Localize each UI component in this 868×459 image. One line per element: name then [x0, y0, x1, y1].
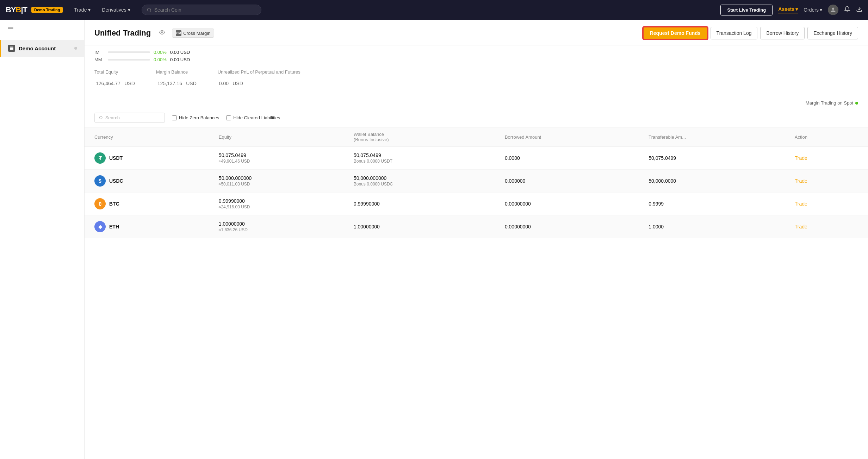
filter-search-box[interactable]: [94, 113, 165, 123]
col-wallet-balance: Wallet Balance (Bonus Inclusive): [344, 127, 495, 147]
demo-account-icon: [8, 45, 15, 52]
nav-right: Start Live Trading Assets ▾ Orders ▾: [720, 5, 862, 15]
start-live-trading-button[interactable]: Start Live Trading: [720, 5, 773, 15]
borrowed-amount-cell: 0.00000000: [495, 215, 639, 238]
mm-usd: 0.00 USD: [170, 57, 190, 62]
table-row: ◆ ETH 1.00000000 ≈1,636.26 USD 1.0000000…: [85, 215, 868, 238]
sidebar-item-demo-account[interactable]: Demo Account: [0, 40, 84, 57]
unrealized-pnl-value: 0.00 USD: [218, 77, 300, 88]
mm-line: MM 0.00% 0.00 USD: [94, 57, 858, 62]
wallet-balance-cell: 0.99990000: [344, 193, 495, 215]
borrowed-amount-cell: 0.0000: [495, 147, 639, 170]
top-bar: Unified Trading CM Cross Margin Request …: [85, 20, 868, 45]
total-equity-label: Total Equity: [94, 69, 135, 75]
equity-cell: 50,000.000000 ≈50,011.03 USD: [209, 170, 344, 193]
total-equity-item: Total Equity 126,464.77 USD: [94, 69, 135, 88]
margin-spot-row: Margin Trading on Spot: [85, 98, 868, 108]
assets-menu[interactable]: Assets ▾: [778, 6, 798, 13]
sidebar-item-label: Demo Account: [19, 45, 56, 51]
main-content: Unified Trading CM Cross Margin Request …: [85, 20, 868, 459]
coin-name-usdt: USDT: [109, 155, 123, 161]
trade-link-btc[interactable]: Trade: [795, 201, 807, 207]
im-label: IM: [94, 50, 104, 55]
mm-pct: 0.00%: [154, 57, 167, 62]
im-line: IM 0.00% 0.00 USD: [94, 50, 858, 55]
action-cell: Trade: [785, 147, 868, 170]
download-icon[interactable]: [856, 6, 862, 14]
hide-cleared-liabilities-checkbox[interactable]: [226, 115, 231, 120]
unrealized-pnl-item: Unrealized PnL of Perpetual and Futures …: [218, 69, 300, 88]
demo-trading-badge: Demo Trading: [31, 7, 63, 13]
hamburger-menu[interactable]: [0, 20, 84, 40]
transferable-cell: 50,075.0499: [639, 147, 785, 170]
hide-zero-balances-checkbox[interactable]: [172, 115, 177, 120]
cross-margin-badge[interactable]: CM Cross Margin: [172, 29, 214, 38]
metrics-bar: IM 0.00% 0.00 USD MM 0.00% 0.00 USD: [85, 45, 868, 98]
search-input[interactable]: [154, 7, 256, 13]
margin-balance-value: 125,137.16 USD: [156, 77, 197, 88]
filter-search-icon: [99, 115, 103, 120]
transferable-cell: 0.9999: [639, 193, 785, 215]
hide-zero-balances-label[interactable]: Hide Zero Balances: [172, 115, 219, 120]
usdt-icon: ₮: [94, 152, 106, 164]
trade-link-usdc[interactable]: Trade: [795, 178, 807, 184]
col-equity: Equity: [209, 127, 344, 147]
cm-icon: CM: [176, 30, 181, 36]
sidebar: Demo Account: [0, 20, 85, 459]
avatar[interactable]: [828, 5, 838, 15]
borrowed-amount-cell: 0.000000: [495, 170, 639, 193]
coin-cell-usdc: $ USDC: [94, 175, 199, 187]
eth-icon: ◆: [94, 221, 106, 232]
transferable-cell: 50,000.0000: [639, 170, 785, 193]
wallet-balance-cell: 50,075.0499 Bonus 0.0000 USDT: [344, 147, 495, 170]
bybit-logo[interactable]: BYB|T: [6, 5, 27, 14]
equity-cell: 50,075.0499 ≈49,901.46 USD: [209, 147, 344, 170]
wallet-balance-cell: 1.00000000: [344, 215, 495, 238]
equity-cell: 1.00000000 ≈1,636.26 USD: [209, 215, 344, 238]
im-mm-row: IM 0.00% 0.00 USD MM 0.00% 0.00 USD: [94, 50, 858, 62]
notification-icon[interactable]: [844, 6, 850, 14]
svg-point-0: [147, 8, 150, 11]
btc-icon: ₿: [94, 198, 106, 209]
total-equity-value: 126,464.77 USD: [94, 77, 135, 88]
equity-row: Total Equity 126,464.77 USD Margin Balan…: [94, 69, 858, 95]
table-row: ₮ USDT 50,075.0499 ≈49,901.46 USD 50,075…: [85, 147, 868, 170]
filter-search-input[interactable]: [105, 115, 160, 120]
mm-progress-bg: [108, 59, 150, 61]
filter-bar: Hide Zero Balances Hide Cleared Liabilit…: [85, 108, 868, 127]
hide-cleared-liabilities-label[interactable]: Hide Cleared Liabilities: [226, 115, 280, 120]
coin-name-eth: ETH: [109, 224, 119, 230]
action-cell: Trade: [785, 193, 868, 215]
wallet-balance-cell: 50,000.000000 Bonus 0.0000 USDC: [344, 170, 495, 193]
borrow-history-button[interactable]: Borrow History: [760, 27, 805, 39]
eye-icon[interactable]: [159, 30, 165, 37]
table-row: $ USDC 50,000.000000 ≈50,011.03 USD 50,0…: [85, 170, 868, 193]
margin-spot-status-dot: [855, 102, 858, 105]
trade-link-eth[interactable]: Trade: [795, 224, 807, 230]
search-icon: [147, 7, 151, 12]
usdc-icon: $: [94, 175, 106, 187]
col-borrowed-amount: Borrowed Amount: [495, 127, 639, 147]
sidebar-status-dot: [74, 47, 77, 50]
derivatives-menu[interactable]: Derivatives: [98, 0, 134, 20]
layout: Demo Account Unified Trading CM Cross Ma…: [0, 20, 868, 459]
col-currency: Currency: [85, 127, 209, 147]
im-usd: 0.00 USD: [170, 50, 190, 55]
coin-cell-usdt: ₮ USDT: [94, 152, 199, 164]
exchange-history-button[interactable]: Exchange History: [807, 27, 858, 39]
transaction-log-button[interactable]: Transaction Log: [711, 27, 758, 39]
transferable-cell: 1.0000: [639, 215, 785, 238]
cross-margin-label: Cross Margin: [183, 31, 210, 36]
trade-link-usdt[interactable]: Trade: [795, 155, 807, 161]
table-row: ₿ BTC 0.99990000 ≈24,916.00 USD 0.999900…: [85, 193, 868, 215]
equity-cell: 0.99990000 ≈24,916.00 USD: [209, 193, 344, 215]
coin-cell-btc: ₿ BTC: [94, 198, 199, 209]
trade-menu[interactable]: Trade: [70, 0, 95, 20]
table-body: ₮ USDT 50,075.0499 ≈49,901.46 USD 50,075…: [85, 147, 868, 238]
orders-menu[interactable]: Orders ▾: [804, 7, 822, 13]
im-progress-bg: [108, 51, 150, 53]
search-box[interactable]: [142, 5, 261, 15]
request-demo-funds-button[interactable]: Request Demo Funds: [643, 27, 708, 39]
action-cell: Trade: [785, 170, 868, 193]
col-action: Action: [785, 127, 868, 147]
